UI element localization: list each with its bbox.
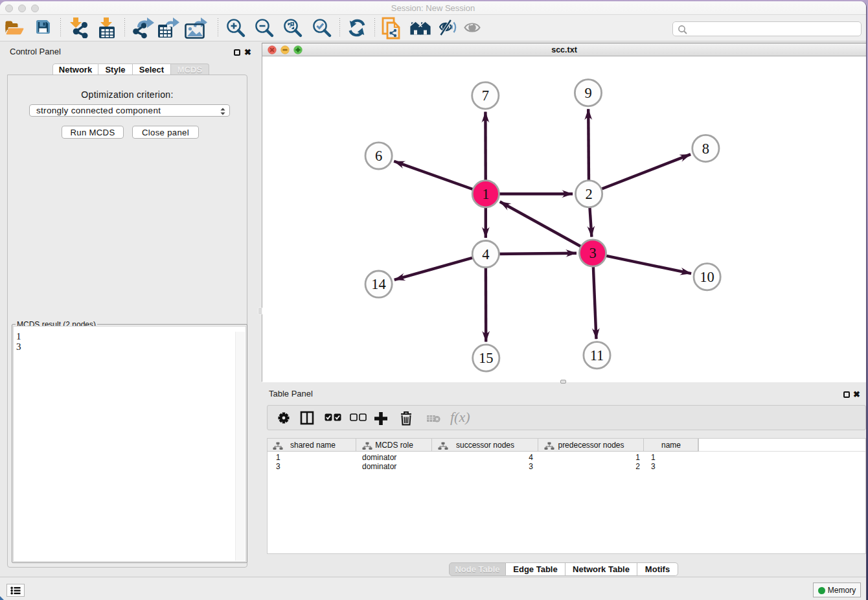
svg-text:11: 11 (590, 347, 604, 363)
svg-text:8: 8 (702, 141, 709, 157)
svg-text:2: 2 (585, 186, 592, 202)
svg-text:9: 9 (584, 85, 591, 101)
svg-text:7: 7 (482, 87, 489, 104)
svg-text:4: 4 (482, 246, 489, 262)
svg-text:3: 3 (589, 245, 596, 261)
svg-text:15: 15 (479, 350, 494, 366)
svg-text:1: 1 (482, 186, 489, 202)
svg-text:14: 14 (371, 276, 386, 292)
svg-text:6: 6 (375, 148, 382, 164)
svg-text:10: 10 (700, 269, 714, 285)
